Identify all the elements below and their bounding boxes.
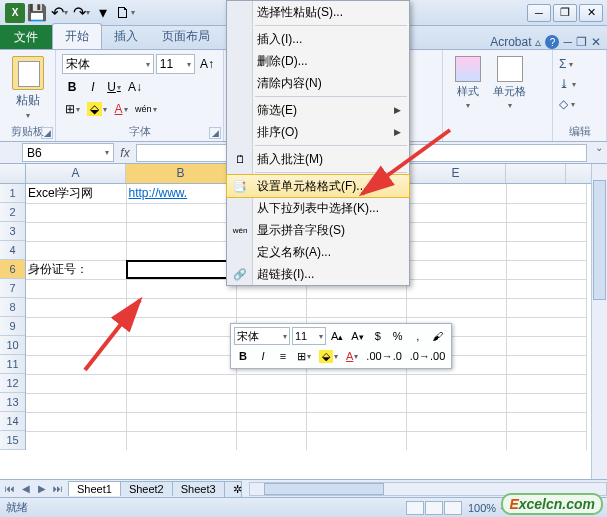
decrease-font-icon[interactable]: A↓ (125, 77, 145, 97)
mini-bold-button[interactable]: B (234, 347, 252, 365)
paste-button[interactable]: 粘贴 ▾ (6, 54, 49, 122)
row-header[interactable]: 14 (0, 412, 25, 431)
mini-fill-color-icon[interactable]: ⬙▾ (316, 347, 341, 365)
row-header[interactable]: 10 (0, 336, 25, 355)
row-header[interactable]: 6 (0, 260, 25, 279)
cm-define-name[interactable]: 定义名称(A)... (227, 241, 409, 263)
zoom-level[interactable]: 100% (468, 502, 496, 514)
help-icon[interactable]: ? (545, 35, 559, 49)
ribbon-minimize-icon[interactable]: ▵ (535, 35, 541, 49)
scrollbar-thumb[interactable] (264, 483, 384, 495)
font-name-combo[interactable]: 宋体▾ (62, 54, 154, 74)
restore-button[interactable]: ❐ (553, 4, 577, 22)
cm-hyperlink[interactable]: 🔗超链接(I)... (227, 263, 409, 285)
cm-clear-contents[interactable]: 清除内容(N) (227, 72, 409, 94)
clipboard-dialog-launcher[interactable]: ◢ (41, 127, 53, 139)
row-header[interactable]: 2 (0, 203, 25, 222)
bold-button[interactable]: B (62, 77, 82, 97)
tab-nav-next-icon[interactable]: ▶ (34, 483, 50, 494)
border-button[interactable]: ⊞▾ (62, 99, 83, 119)
autosum-button[interactable]: Σ▾ (559, 54, 600, 74)
cm-sort[interactable]: 排序(O)▶ (227, 121, 409, 143)
mini-italic-button[interactable]: I (254, 347, 272, 365)
tab-acrobat[interactable]: Acrobat (490, 35, 531, 49)
cm-insert-comment[interactable]: 🗒插入批注(M) (227, 148, 409, 170)
minimize-button[interactable]: ─ (527, 4, 551, 22)
view-page-break-icon[interactable] (444, 501, 462, 515)
row-header[interactable]: 12 (0, 374, 25, 393)
select-all-corner[interactable] (0, 164, 26, 183)
close-button[interactable]: ✕ (579, 4, 603, 22)
view-normal-icon[interactable] (406, 501, 424, 515)
fill-button[interactable]: ⤓▾ (559, 74, 600, 94)
tab-nav-prev-icon[interactable]: ◀ (18, 483, 34, 494)
mini-dec-decimal-icon[interactable]: .00→.0 (363, 347, 404, 365)
formula-bar-expand-icon[interactable]: ⌄ (591, 142, 607, 163)
mini-size-combo[interactable]: 11▾ (292, 327, 326, 345)
mini-font-color-icon[interactable]: A▾ (343, 347, 361, 365)
row-header[interactable]: 8 (0, 298, 25, 317)
styles-button[interactable]: 样式▾ (449, 54, 487, 112)
scrollbar-thumb[interactable] (593, 180, 606, 300)
qat-extra-icon[interactable]: 🗋▾ (115, 3, 135, 23)
mini-percent-icon[interactable]: % (389, 327, 407, 345)
tab-nav-last-icon[interactable]: ⏭ (50, 483, 66, 494)
font-size-combo[interactable]: 11▾ (156, 54, 195, 74)
redo-icon[interactable]: ↷▾ (71, 3, 91, 23)
font-color-button[interactable]: A▾ (111, 99, 131, 119)
sheet-tab[interactable]: Sheet1 (68, 481, 121, 496)
row-header[interactable]: 7 (0, 279, 25, 298)
mini-comma-icon[interactable]: , (409, 327, 427, 345)
row-header[interactable]: 13 (0, 393, 25, 412)
save-icon[interactable]: 💾 (27, 3, 47, 23)
file-tab[interactable]: 文件 (0, 25, 52, 49)
mini-inc-decimal-icon[interactable]: .0→.00 (407, 347, 448, 365)
doc-restore-icon[interactable]: ❐ (576, 35, 587, 49)
col-header-b[interactable]: B (126, 164, 236, 183)
cells-button[interactable]: 单元格▾ (487, 54, 532, 112)
doc-min-icon[interactable]: ─ (563, 35, 572, 49)
mini-center-icon[interactable]: ≡ (274, 347, 292, 365)
tab-page-layout[interactable]: 页面布局 (150, 24, 222, 49)
underline-button[interactable]: U▾ (104, 77, 124, 97)
row-header[interactable]: 11 (0, 355, 25, 374)
cm-pick-from-list[interactable]: 从下拉列表中选择(K)... (227, 197, 409, 219)
tab-insert[interactable]: 插入 (102, 24, 150, 49)
doc-close-icon[interactable]: ✕ (591, 35, 601, 49)
row-header[interactable]: 1 (0, 184, 25, 203)
col-header-a[interactable]: A (26, 164, 126, 183)
row-header[interactable]: 15 (0, 431, 25, 450)
fill-color-button[interactable]: ⬙▾ (84, 99, 110, 119)
col-header-e[interactable]: E (406, 164, 506, 183)
mini-shrink-font-icon[interactable]: A▾ (348, 327, 366, 345)
mini-paint-icon[interactable]: 🖌 (429, 327, 447, 345)
cm-paste-special[interactable]: 选择性粘贴(S)... (227, 1, 409, 23)
view-page-layout-icon[interactable] (425, 501, 443, 515)
clear-button[interactable]: ◇▾ (559, 94, 600, 114)
mini-border-icon[interactable]: ⊞▾ (294, 347, 314, 365)
cm-insert[interactable]: 插入(I)... (227, 28, 409, 50)
cm-format-cells[interactable]: 📑设置单元格格式(F)... (226, 174, 410, 198)
italic-button[interactable]: I (83, 77, 103, 97)
mini-grow-font-icon[interactable]: A▴ (328, 327, 346, 345)
row-header[interactable]: 4 (0, 241, 25, 260)
cm-show-phonetic[interactable]: wén显示拼音字段(S) (227, 219, 409, 241)
vertical-scrollbar[interactable] (591, 164, 607, 479)
row-header[interactable]: 3 (0, 222, 25, 241)
phonetic-button[interactable]: wén▾ (132, 99, 160, 119)
cell[interactable]: http://www. (126, 184, 236, 203)
mini-font-combo[interactable]: 宋体▾ (234, 327, 290, 345)
fx-icon[interactable]: fx (114, 146, 136, 160)
increase-font-icon[interactable]: A↑ (197, 54, 217, 74)
name-box[interactable]: B6▾ (22, 143, 114, 162)
undo-icon[interactable]: ↶▾ (49, 3, 69, 23)
tab-nav-first-icon[interactable]: ⏮ (2, 483, 18, 494)
cell[interactable]: 身份证号： (26, 260, 126, 279)
new-sheet-button[interactable]: ✲ (224, 481, 242, 497)
sheet-tab[interactable]: Sheet2 (120, 481, 173, 496)
row-header[interactable]: 9 (0, 317, 25, 336)
qat-more-icon[interactable]: ▾ (93, 3, 113, 23)
cell[interactable]: Excel学习网 (26, 184, 126, 203)
cm-delete[interactable]: 删除(D)... (227, 50, 409, 72)
sheet-tab[interactable]: Sheet3 (172, 481, 225, 496)
